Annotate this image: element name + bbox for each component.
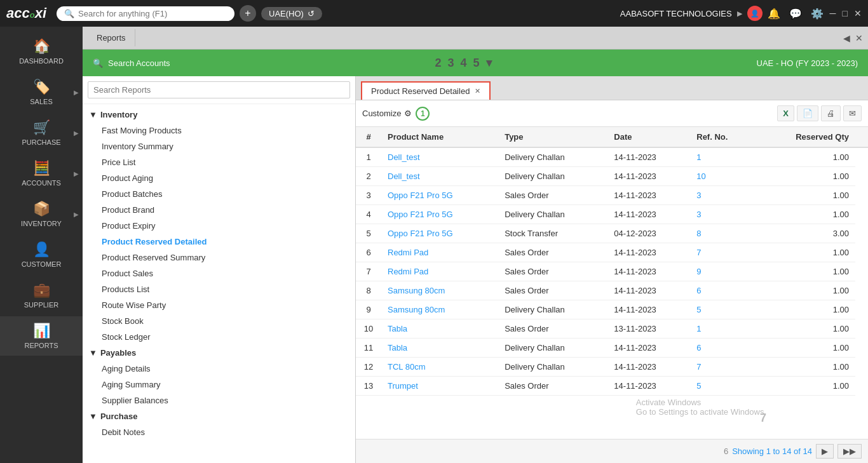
tree-category-purchase[interactable]: ▼ Purchase — [83, 408, 355, 424]
customize-button[interactable]: Customize ⚙ — [362, 109, 412, 118]
cell-product[interactable]: Oppo F21 Pro 5G — [381, 205, 498, 224]
cell-ref[interactable]: 1 — [690, 319, 756, 339]
sidebar-item-inventory[interactable]: 📦 INVENTORY ▶ — [0, 194, 83, 234]
cell-type: Sales Order — [498, 377, 607, 396]
refresh-icon[interactable]: ↺ — [308, 9, 315, 18]
page-last-button[interactable]: ▶▶ — [837, 444, 862, 459]
num-label-2[interactable]: 2 — [433, 57, 444, 70]
cell-num: 11 — [356, 339, 381, 358]
cell-date: 14-11-2023 — [607, 243, 690, 262]
cell-product[interactable]: Tabla — [381, 339, 498, 358]
cell-ref[interactable]: 5 — [690, 377, 756, 396]
tree-item-inventory-summary[interactable]: Inventory Summary — [83, 138, 355, 154]
sidebar-item-dashboard[interactable]: 🏠 DASHBOARD — [0, 32, 83, 71]
tree-item-stock-ledger[interactable]: Stock Ledger — [83, 329, 355, 345]
topbar-icons: 🔔 💬 ⚙️ — [768, 8, 824, 20]
cell-product[interactable]: Trumpet — [381, 377, 498, 396]
cell-product[interactable]: Redmi Pad — [381, 243, 498, 262]
tree-item-aging-summary[interactable]: Aging Summary — [83, 377, 355, 393]
global-search-input[interactable] — [78, 9, 218, 18]
num-label-4[interactable]: 4 — [458, 57, 470, 70]
reports-main-tab[interactable]: Reports — [88, 29, 135, 46]
email-button[interactable]: ✉ — [843, 105, 862, 121]
cell-qty: 1.00 — [756, 243, 855, 262]
cell-ref[interactable]: 6 — [690, 281, 756, 300]
cell-product[interactable]: Oppo F21 Pro 5G — [381, 186, 498, 205]
message-icon[interactable]: 💬 — [789, 8, 802, 20]
cell-product[interactable]: Dell_test — [381, 147, 498, 167]
sidebar: 🏠 DASHBOARD 🏷️ SALES ▶ 🛒 PURCHASE ▶ 🧮 AC… — [0, 27, 83, 463]
tree-item-stock-book[interactable]: Stock Book — [83, 313, 355, 329]
sidebar-item-supplier[interactable]: 💼 SUPPLIER — [0, 276, 83, 315]
num-label-5[interactable]: 5 — [471, 57, 482, 70]
cell-product[interactable]: TCL 80cm — [381, 358, 498, 377]
cell-ref[interactable]: 8 — [690, 224, 756, 243]
tree-item-fast-moving[interactable]: Fast Moving Products — [83, 123, 355, 138]
cell-ref[interactable]: 1 — [690, 147, 756, 167]
tree-item-debit-notes[interactable]: Debit Notes — [83, 424, 355, 440]
print-button[interactable]: 🖨 — [821, 105, 841, 121]
cell-ref[interactable]: 3 — [690, 186, 756, 205]
cell-ref[interactable]: 9 — [690, 262, 756, 281]
tree-item-products-list[interactable]: Products List — [83, 281, 355, 297]
report-tab-active[interactable]: Product Reserved Detailed ✕ — [361, 81, 491, 100]
search-reports-input[interactable] — [88, 81, 350, 98]
purchase-icon: 🛒 — [33, 119, 50, 136]
cell-product[interactable]: Tabla — [381, 319, 498, 339]
sidebar-item-customer[interactable]: 👤 CUSTOMER — [0, 235, 83, 274]
cell-product[interactable]: Dell_test — [381, 167, 498, 186]
cell-product[interactable]: Samsung 80cm — [381, 281, 498, 300]
avatar[interactable]: 👤 — [747, 6, 763, 21]
table-row: 2 Dell_test Delivery Challan 14-11-2023 … — [356, 167, 868, 186]
cell-ref[interactable]: 3 — [690, 205, 756, 224]
sidebar-item-reports[interactable]: 📊 REPORTS — [0, 316, 83, 356]
pdf-export-button[interactable]: 📄 — [797, 105, 818, 121]
logo: accoxi — [6, 5, 46, 22]
tab-next-icon[interactable]: ✕ — [855, 33, 863, 43]
tree-item-product-brand[interactable]: Product Brand — [83, 202, 355, 218]
cell-ref[interactable]: 10 — [690, 167, 756, 186]
tree-item-price-list[interactable]: Price List — [83, 154, 355, 170]
num-label-more[interactable]: ▾ — [484, 56, 494, 70]
tree-category-inventory[interactable]: ▼ Inventory — [83, 107, 355, 123]
search-accounts-btn[interactable]: 🔍 Search Accounts — [93, 58, 170, 68]
report-tab-close-icon[interactable]: ✕ — [475, 87, 480, 95]
tree-category-payables[interactable]: ▼ Payables — [83, 345, 355, 361]
content-area: Reports ◀ ✕ 🔍 Search Accounts 2 3 4 5 ▾ … — [83, 27, 868, 463]
cell-ref[interactable]: 7 — [690, 358, 756, 377]
tree-item-supplier-balances[interactable]: Supplier Balances — [83, 393, 355, 408]
tree-item-product-reserved-summary[interactable]: Product Reserved Summary — [83, 250, 355, 265]
cell-ref[interactable]: 7 — [690, 243, 756, 262]
close-button[interactable]: ✕ — [854, 8, 862, 18]
maximize-button[interactable]: □ — [843, 8, 848, 18]
cell-ref[interactable]: 5 — [690, 300, 756, 319]
cell-product[interactable]: Redmi Pad — [381, 262, 498, 281]
notification-icon[interactable]: 🔔 — [768, 8, 780, 20]
cell-date: 14-11-2023 — [607, 377, 690, 396]
cell-num: 12 — [356, 358, 381, 377]
num-label-3[interactable]: 3 — [445, 57, 457, 70]
add-button[interactable]: + — [240, 5, 256, 22]
tree-label-purchase: Purchase — [100, 412, 138, 421]
minimize-button[interactable]: ─ — [830, 8, 836, 18]
tree-item-product-aging[interactable]: Product Aging — [83, 170, 355, 186]
sidebar-item-sales[interactable]: 🏷️ SALES ▶ — [0, 72, 83, 112]
tree-item-aging-details[interactable]: Aging Details — [83, 361, 355, 377]
cell-product[interactable]: Oppo F21 Pro 5G — [381, 224, 498, 243]
global-search-box[interactable]: 🔍 — [57, 6, 234, 21]
tree-item-route-wise-party[interactable]: Route Wise Party — [83, 297, 355, 313]
sidebar-item-purchase[interactable]: 🛒 PURCHASE ▶ — [0, 113, 83, 152]
company-selector[interactable]: UAE(HO) ↺ — [261, 7, 322, 20]
tree-item-product-sales[interactable]: Product Sales — [83, 265, 355, 281]
settings-icon[interactable]: ⚙️ — [811, 8, 824, 20]
tree-item-product-reserved-detailed[interactable]: Product Reserved Detailed — [83, 234, 355, 250]
excel-export-button[interactable]: X — [777, 105, 794, 121]
inventory-icon: 📦 — [33, 201, 50, 217]
tree-item-product-expiry[interactable]: Product Expiry — [83, 218, 355, 234]
cell-product[interactable]: Samsung 80cm — [381, 300, 498, 319]
cell-ref[interactable]: 6 — [690, 339, 756, 358]
sidebar-item-accounts[interactable]: 🧮 ACCOUNTS ▶ — [0, 154, 83, 193]
page-next-button[interactable]: ▶ — [816, 444, 834, 459]
tab-prev-icon[interactable]: ◀ — [843, 33, 850, 43]
tree-item-product-batches[interactable]: Product Batches — [83, 186, 355, 202]
